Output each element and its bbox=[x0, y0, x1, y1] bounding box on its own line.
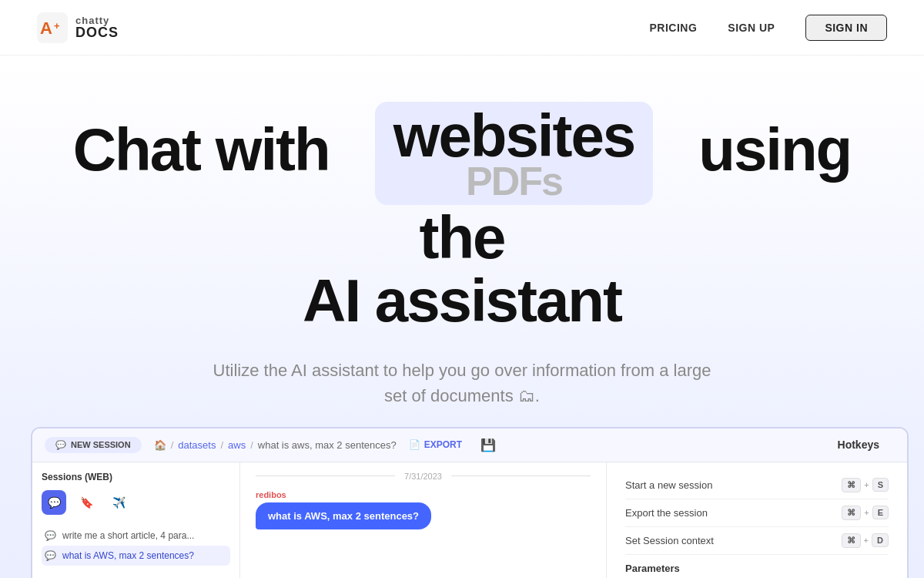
hotkey-plus-2: + bbox=[864, 508, 869, 517]
hero-headline: Chat with websites PDFs using the AI ass… bbox=[31, 102, 893, 333]
rotating-word-wrapper: websites PDFs bbox=[375, 102, 653, 207]
hero-line1-before: Chat with bbox=[73, 116, 330, 183]
export-button[interactable]: 📄 EXPORT bbox=[409, 439, 462, 450]
nav-signup[interactable]: SIGN UP bbox=[728, 22, 775, 34]
hotkey-key-1a: ⌘ bbox=[842, 478, 861, 492]
sidebar-icon-row: 💬 🔖 ✈️ bbox=[42, 490, 230, 515]
hotkey-keys-1: ⌘ + S bbox=[842, 478, 889, 492]
session-item-active-label: what is AWS, max 2 sentences? bbox=[62, 550, 194, 561]
logo-icon: A + bbox=[37, 12, 68, 43]
hotkey-key-2b: E bbox=[872, 506, 889, 519]
hotkey-row-1: Start a new session ⌘ + S bbox=[625, 472, 889, 499]
breadcrumb-datasets[interactable]: datasets bbox=[178, 439, 216, 451]
hotkey-row-2: Export the session ⌘ + E bbox=[625, 499, 889, 527]
sessions-label: Sessions (WEB) bbox=[42, 472, 230, 482]
breadcrumb: 🏠 / datasets / aws / what is aws, max 2 … bbox=[154, 439, 397, 451]
chat-date-line-left bbox=[256, 476, 395, 476]
send-icon-btn[interactable]: ✈️ bbox=[106, 490, 131, 515]
nav-links: PRICING SIGN UP SIGN IN bbox=[649, 15, 887, 41]
nav-signin-button[interactable]: SIGN IN bbox=[805, 15, 887, 41]
save-icon[interactable]: 💾 bbox=[480, 438, 496, 452]
session-item-active[interactable]: 💬 what is AWS, max 2 sentences? bbox=[42, 546, 230, 566]
breadcrumb-sep2: / bbox=[220, 439, 223, 451]
hotkey-row-3: Set Session context ⌘ + D bbox=[625, 527, 889, 555]
breadcrumb-question: what is aws, max 2 sentences? bbox=[258, 439, 397, 451]
session-item-label: write me a short article, 4 para... bbox=[62, 530, 194, 541]
hotkey-keys-2: ⌘ + E bbox=[842, 506, 889, 520]
chat-date-line-right bbox=[451, 476, 591, 476]
logo[interactable]: A + chatty DOCS bbox=[37, 12, 119, 43]
hotkey-plus-1: + bbox=[864, 480, 869, 489]
session-item-icon: 💬 bbox=[45, 530, 56, 541]
svg-text:A: A bbox=[40, 18, 52, 38]
hotkey-label-2: Export the session bbox=[625, 507, 708, 519]
logo-text: chatty DOCS bbox=[75, 15, 119, 39]
hotkey-plus-3: + bbox=[864, 536, 869, 545]
export-label: EXPORT bbox=[424, 439, 462, 450]
chat-date-divider: 7/31/2023 bbox=[256, 472, 591, 481]
hotkey-keys-3: ⌘ + D bbox=[842, 533, 889, 548]
sessions-sidebar: Sessions (WEB) 💬 🔖 ✈️ 💬 write me a short… bbox=[32, 462, 240, 578]
new-session-label: NEW SESSION bbox=[71, 440, 131, 449]
session-item-active-icon: 💬 bbox=[45, 550, 56, 561]
breadcrumb-aws[interactable]: aws bbox=[228, 439, 246, 451]
hotkey-label-3: Set Session context bbox=[625, 535, 714, 546]
params-label: Parameters bbox=[625, 563, 889, 574]
breadcrumb-sep1: / bbox=[171, 439, 174, 451]
chat-date: 7/31/2023 bbox=[404, 472, 442, 481]
hotkey-key-1b: S bbox=[872, 478, 889, 492]
hero-line2: AI assistant bbox=[303, 267, 621, 334]
export-icon: 📄 bbox=[409, 439, 420, 450]
hero-section: Chat with websites PDFs using the AI ass… bbox=[0, 55, 924, 578]
hotkeys-panel: Start a new session ⌘ + S Export the ses… bbox=[607, 462, 907, 578]
chat-message-group: redibos what is AWS, max 2 sentences? bbox=[256, 490, 591, 529]
new-session-button[interactable]: 💬 NEW SESSION bbox=[45, 437, 142, 453]
hotkey-key-3b: D bbox=[872, 533, 889, 547]
preview-topbar: 💬 NEW SESSION 🏠 / datasets / aws / what … bbox=[32, 428, 907, 462]
chat-session-icon-btn[interactable]: 💬 bbox=[42, 490, 66, 515]
preview-panel: 💬 NEW SESSION 🏠 / datasets / aws / what … bbox=[31, 427, 909, 578]
hotkey-key-2a: ⌘ bbox=[842, 506, 861, 520]
svg-text:+: + bbox=[54, 20, 60, 32]
hotkeys-title: Hotkeys bbox=[838, 439, 895, 451]
nav-pricing[interactable]: PRICING bbox=[649, 22, 697, 34]
chat-panel: 7/31/2023 redibos what is AWS, max 2 sen… bbox=[240, 462, 607, 578]
session-item[interactable]: 💬 write me a short article, 4 para... bbox=[42, 526, 230, 546]
navbar: A + chatty DOCS PRICING SIGN UP SIGN IN bbox=[0, 0, 924, 55]
bookmark-icon-btn[interactable]: 🔖 bbox=[74, 490, 99, 515]
breadcrumb-sep3: / bbox=[250, 439, 253, 451]
hotkey-key-3a: ⌘ bbox=[842, 533, 861, 548]
rotating-pill: websites PDFs bbox=[375, 102, 653, 205]
hotkey-label-1: Start a new session bbox=[625, 479, 712, 491]
preview-body: Sessions (WEB) 💬 🔖 ✈️ 💬 write me a short… bbox=[32, 462, 907, 578]
logo-docs: DOCS bbox=[75, 25, 119, 39]
chat-bubble: what is AWS, max 2 sentences? bbox=[256, 502, 431, 529]
hero-subtitle: Utilize the AI assistant to help you go … bbox=[200, 358, 724, 408]
chat-sender: redibos bbox=[256, 490, 591, 499]
home-icon[interactable]: 🏠 bbox=[154, 439, 166, 451]
chat-icon: 💬 bbox=[55, 440, 66, 450]
